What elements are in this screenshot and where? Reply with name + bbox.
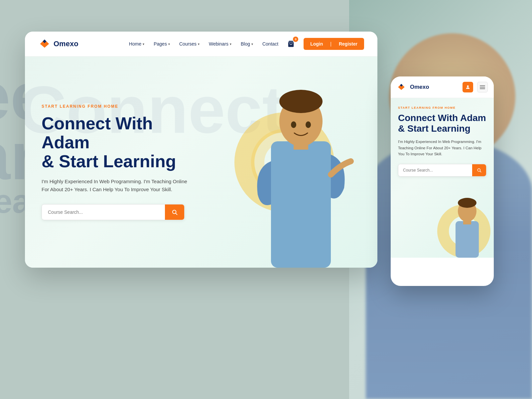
hero-person-image xyxy=(244,75,357,268)
svg-point-6 xyxy=(279,90,323,113)
mobile-search-button[interactable] xyxy=(472,164,486,176)
svg-point-10 xyxy=(467,85,468,87)
mobile-search-icon xyxy=(477,168,481,173)
nav-link-courses[interactable]: Courses ▾ xyxy=(179,41,200,47)
auth-divider: | xyxy=(330,38,332,50)
search-icon xyxy=(172,209,178,215)
svg-rect-13 xyxy=(480,88,485,89)
hero-content: START LEARNING FROM HOME Connect With Ad… xyxy=(25,87,211,237)
person-svg xyxy=(244,75,357,268)
nav-link-webinars[interactable]: Webinars ▾ xyxy=(209,41,231,47)
search-button[interactable] xyxy=(165,204,184,220)
nav-link-contact[interactable]: Contact xyxy=(262,41,278,47)
menu-icon xyxy=(480,84,485,90)
search-bar xyxy=(42,204,185,220)
desktop-navbar: Omexo Home ▾ Pages ▾ Courses ▾ xyxy=(25,32,377,57)
logo-text: Omexo xyxy=(54,40,78,48)
nav-item-contact[interactable]: Contact xyxy=(262,41,278,47)
nav-item-pages[interactable]: Pages ▾ xyxy=(154,41,170,47)
mobile-person-svg xyxy=(447,191,487,258)
nav-link-home[interactable]: Home ▾ xyxy=(129,41,144,47)
mobile-hero-title: Connect With Adam& Start Learning xyxy=(398,113,486,134)
mobile-navbar: Omexo xyxy=(391,76,494,98)
svg-point-18 xyxy=(458,198,476,208)
register-button[interactable]: Register xyxy=(332,38,364,50)
mobile-search-bar xyxy=(398,164,486,177)
nav-link-pages[interactable]: Pages ▾ xyxy=(154,41,170,47)
chevron-icon: ▾ xyxy=(168,42,170,46)
cart-icon xyxy=(287,40,295,48)
mobile-logo-icon xyxy=(397,82,406,92)
svg-rect-7 xyxy=(294,140,308,150)
mobile-mockup: Omexo START LEARNING FROM HOME Connect W… xyxy=(391,76,494,286)
svg-point-9 xyxy=(306,121,311,128)
svg-rect-4 xyxy=(271,141,331,268)
auth-buttons: Login | Register xyxy=(304,38,364,50)
nav-item-courses[interactable]: Courses ▾ xyxy=(179,41,200,47)
svg-rect-16 xyxy=(456,221,479,258)
chevron-icon: ▾ xyxy=(143,42,144,46)
chevron-icon: ▾ xyxy=(230,42,231,46)
mobile-hero-tag: START LEARNING FROM HOME xyxy=(398,106,486,109)
nav-links: Home ▾ Pages ▾ Courses ▾ Webinars xyxy=(129,41,278,47)
cart-button[interactable]: 0 xyxy=(285,38,297,50)
user-icon xyxy=(465,84,470,90)
mobile-menu-button[interactable] xyxy=(477,82,488,92)
nav-link-blog[interactable]: Blog ▾ xyxy=(241,41,253,47)
mobile-hero-description: I'm Highly Experienced In Web Programmin… xyxy=(398,139,486,157)
nav-item-webinars[interactable]: Webinars ▾ xyxy=(209,41,231,47)
mobile-hero-section: START LEARNING FROM HOME Connect With Ad… xyxy=(391,98,494,258)
search-input[interactable] xyxy=(42,205,165,219)
hero-tag: START LEARNING FROM HOME xyxy=(42,104,195,109)
logo[interactable]: Omexo xyxy=(38,38,78,50)
mobile-logo-text: Omexo xyxy=(410,84,459,90)
mobile-search-input[interactable] xyxy=(398,164,472,176)
mobile-user-button[interactable] xyxy=(463,82,473,92)
mobile-person-image xyxy=(447,191,487,258)
nav-item-home[interactable]: Home ▾ xyxy=(129,41,144,47)
hero-section: Connect START LEARNING FROM HOME Connect… xyxy=(25,57,377,268)
svg-line-15 xyxy=(480,171,481,172)
chevron-icon: ▾ xyxy=(198,42,200,46)
login-button[interactable]: Login xyxy=(304,38,330,50)
hero-description: I'm Highly Experienced In Web Programmin… xyxy=(42,178,195,194)
svg-point-8 xyxy=(291,121,296,128)
svg-rect-19 xyxy=(463,219,471,224)
cart-badge: 0 xyxy=(293,37,298,42)
nav-item-blog[interactable]: Blog ▾ xyxy=(241,41,253,47)
chevron-icon: ▾ xyxy=(251,42,253,46)
desktop-mockup: Omexo Home ▾ Pages ▾ Courses ▾ xyxy=(25,32,377,268)
svg-line-3 xyxy=(176,213,177,215)
svg-rect-12 xyxy=(480,87,485,87)
hero-title: Connect With Adam& Start Learning xyxy=(42,114,195,171)
logo-icon xyxy=(38,38,51,50)
svg-rect-11 xyxy=(480,85,485,86)
